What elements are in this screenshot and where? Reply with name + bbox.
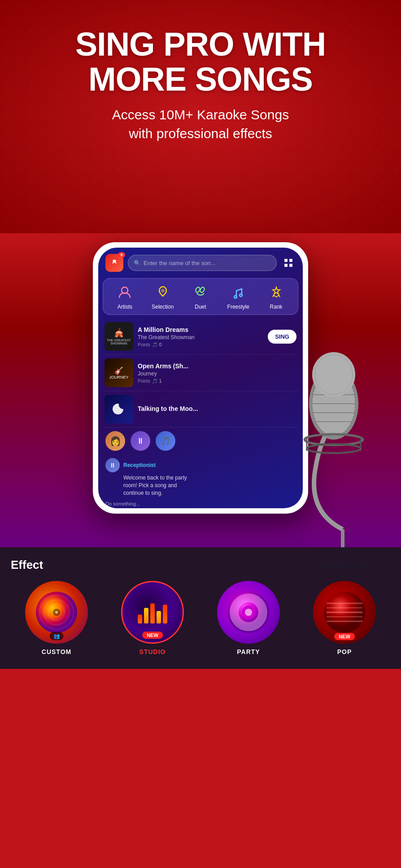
svg-point-8 bbox=[240, 294, 242, 297]
receptionist-row: ⏸ Receptionist bbox=[105, 458, 296, 472]
sing-button-greatest-showman[interactable]: SING bbox=[268, 330, 296, 344]
album-art-open-arms: 🎸 JOURNEY bbox=[105, 358, 133, 387]
bar-4 bbox=[157, 611, 161, 624]
category-tabs: Artists Selection bbox=[103, 278, 298, 315]
effect-panel: Effect bbox=[0, 547, 401, 669]
svg-point-23 bbox=[307, 444, 361, 453]
hero-title-line2: MORE SONGS bbox=[88, 61, 313, 98]
artists-label: Artists bbox=[118, 304, 132, 310]
svg-point-14 bbox=[312, 371, 355, 436]
svg-point-12 bbox=[309, 368, 358, 440]
svg-point-6 bbox=[161, 289, 165, 292]
song-title-greatest-showman: A Million Dreams bbox=[138, 326, 263, 333]
effect-circle-custom[interactable]: 👥 bbox=[25, 581, 88, 644]
overlay-hint: Do something... bbox=[98, 499, 303, 508]
song-list: 🎪 THE GREATESTSHOWMAN A Million Dreams T… bbox=[98, 318, 303, 427]
freestyle-icon bbox=[229, 283, 248, 302]
bar-5 bbox=[163, 605, 167, 624]
song-info-open-arms: Open Arms (Sh... Journey Points 🎵 1 bbox=[138, 362, 296, 384]
effect-circle-studio[interactable]: NEW bbox=[121, 581, 184, 644]
notification-badge: 9 bbox=[118, 252, 125, 257]
effect-circle-pop[interactable]: NEW bbox=[313, 581, 376, 644]
bar-1 bbox=[138, 615, 142, 624]
song-info-greatest-showman: A Million Dreams The Greatest Showman Po… bbox=[138, 326, 263, 347]
bar-2 bbox=[144, 608, 148, 624]
hero-title-line1: SING PRO WITH bbox=[75, 26, 326, 63]
category-selection[interactable]: Selection bbox=[152, 283, 174, 310]
hero-subtitle-line2: with professional effects bbox=[129, 126, 272, 141]
effect-label-pop: POP bbox=[337, 648, 352, 655]
hero-section: SING PRO WITH MORE SONGS Access 10M+ Kar… bbox=[0, 0, 401, 233]
music-library-button[interactable]: 🎵 bbox=[156, 431, 175, 451]
svg-rect-4 bbox=[289, 264, 292, 267]
effect-items: 👥 CUSTOM NEW STUDIO bbox=[11, 581, 390, 655]
song-points-greatest-showman: Points 🎵 0 bbox=[138, 342, 263, 347]
svg-rect-2 bbox=[289, 259, 292, 262]
rank-label: Rank bbox=[270, 304, 283, 310]
receptionist-avatar: ⏸ bbox=[105, 458, 120, 472]
search-placeholder: Enter the name of the son... bbox=[144, 260, 215, 266]
album-art-talking-moon bbox=[105, 395, 133, 423]
receptionist-name: Receptionist bbox=[123, 462, 156, 468]
effect-item-pop[interactable]: NEW POP bbox=[299, 581, 390, 655]
bar-3 bbox=[150, 603, 155, 624]
pop-new-badge: NEW bbox=[334, 633, 355, 640]
album-art-greatest-showman: 🎪 THE GREATESTSHOWMAN bbox=[105, 322, 133, 351]
song-item-greatest-showman[interactable]: 🎪 THE GREATESTSHOWMAN A Million Dreams T… bbox=[103, 318, 298, 355]
phone-section: 9 🔍 Enter the name of the son... bbox=[0, 233, 401, 547]
search-icon: 🔍 bbox=[134, 260, 141, 266]
pause-button[interactable]: ⏸ bbox=[131, 431, 150, 451]
song-title-open-arms: Open Arms (Sh... bbox=[138, 362, 296, 370]
effect-label-party: PARTY bbox=[237, 648, 260, 655]
studio-bars bbox=[138, 601, 167, 624]
effect-item-studio[interactable]: NEW STUDIO bbox=[107, 581, 198, 655]
chat-message: Welcome back to the party room! Pick a s… bbox=[123, 474, 296, 497]
duet-icon bbox=[191, 283, 210, 302]
user-avatar[interactable]: 👩 bbox=[105, 431, 125, 451]
effect-label-studio: STUDIO bbox=[139, 648, 166, 655]
search-bar[interactable]: 🔍 Enter the name of the son... bbox=[128, 255, 277, 271]
song-item-talking-moon[interactable]: Talking to the Moo... bbox=[103, 391, 298, 427]
effect-label-custom: CUSTOM bbox=[42, 648, 71, 655]
svg-point-20 bbox=[312, 352, 355, 397]
effect-item-party[interactable]: PARTY bbox=[203, 581, 294, 655]
song-info-talking-moon: Talking to the Moo... bbox=[138, 405, 296, 413]
effect-title: Effect bbox=[11, 558, 390, 572]
svg-rect-3 bbox=[284, 264, 288, 267]
artists-icon bbox=[115, 283, 134, 302]
phone-bottom-bar: 👩 ⏸ 🎵 bbox=[98, 427, 303, 454]
category-duet[interactable]: Duet bbox=[191, 283, 210, 310]
svg-point-35 bbox=[245, 609, 252, 616]
song-artist-greatest-showman: The Greatest Showman bbox=[138, 334, 263, 340]
selection-icon bbox=[153, 283, 172, 302]
studio-new-badge: NEW bbox=[142, 632, 163, 639]
song-artist-open-arms: Journey bbox=[138, 371, 296, 377]
svg-point-13 bbox=[312, 371, 355, 436]
svg-rect-1 bbox=[284, 259, 288, 262]
effect-circle-party[interactable] bbox=[217, 581, 280, 644]
duet-label: Duet bbox=[195, 304, 206, 310]
song-points-open-arms: Points 🎵 1 bbox=[138, 379, 296, 384]
svg-point-7 bbox=[234, 296, 237, 298]
category-rank[interactable]: Rank bbox=[267, 283, 286, 310]
svg-point-22 bbox=[305, 434, 363, 445]
phone-screen: 9 🔍 Enter the name of the son... bbox=[98, 248, 303, 508]
freestyle-label: Freestyle bbox=[227, 304, 249, 310]
rank-icon bbox=[267, 283, 286, 302]
category-artists[interactable]: Artists bbox=[115, 283, 134, 310]
grid-icon[interactable] bbox=[281, 256, 296, 270]
svg-point-21 bbox=[315, 355, 353, 394]
selection-label: Selection bbox=[152, 304, 174, 310]
phone-wrapper: 9 🔍 Enter the name of the son... bbox=[93, 242, 308, 514]
phone-frame: 9 🔍 Enter the name of the son... bbox=[93, 242, 308, 514]
hero-subtitle: Access 10M+ Karaoke Songs with professio… bbox=[18, 105, 383, 143]
hero-title: SING PRO WITH MORE SONGS bbox=[18, 27, 383, 96]
song-item-open-arms[interactable]: 🎸 JOURNEY Open Arms (Sh... Journey Point… bbox=[103, 355, 298, 391]
svg-point-31 bbox=[55, 611, 58, 614]
effect-item-custom[interactable]: 👥 CUSTOM bbox=[11, 581, 102, 655]
category-freestyle[interactable]: Freestyle bbox=[227, 283, 249, 310]
chat-area: ⏸ Receptionist Welcome back to the party… bbox=[98, 454, 303, 499]
phone-topbar: 9 🔍 Enter the name of the son... bbox=[98, 248, 303, 276]
hero-subtitle-line1: Access 10M+ Karaoke Songs bbox=[112, 107, 289, 122]
app-icon[interactable]: 9 bbox=[105, 254, 123, 272]
